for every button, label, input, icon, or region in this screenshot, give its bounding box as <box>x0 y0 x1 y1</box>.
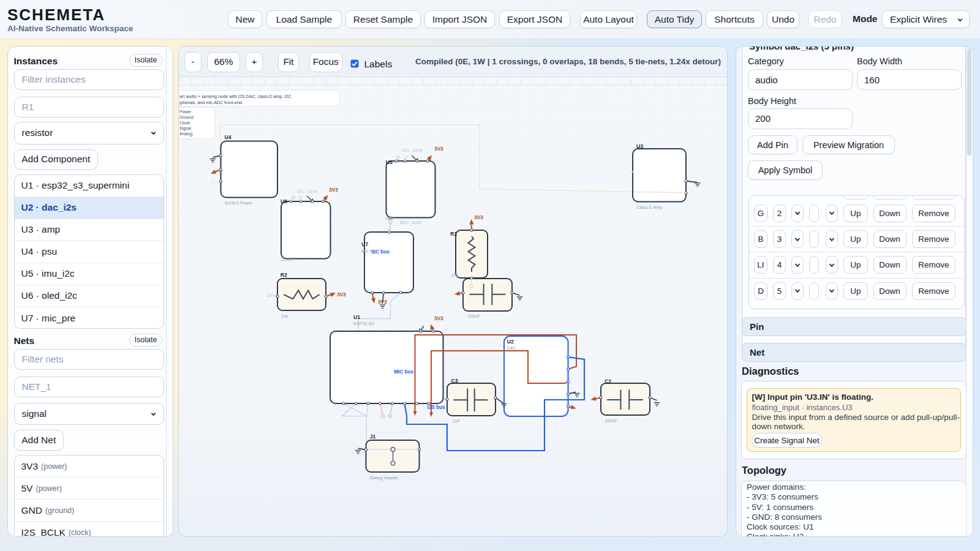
svg-text:Class-D Amp: Class-D Amp <box>636 204 662 210</box>
svg-text:U1: U1 <box>353 314 360 320</box>
svg-text:U5: U5 <box>386 159 393 165</box>
svg-text:J1: J1 <box>370 433 376 440</box>
svg-text:OLED: OLED <box>281 257 293 262</box>
svg-text:Signal: Signal <box>179 126 191 131</box>
svg-text:U3: U3 <box>636 143 643 149</box>
svg-text:U7: U7 <box>361 241 368 247</box>
svg-text:C2: C2 <box>605 378 611 384</box>
svg-text:3V3: 3V3 <box>329 187 338 193</box>
svg-text:DAC: DAC <box>507 345 516 351</box>
svg-text:3V3: 3V3 <box>337 292 346 298</box>
svg-text:IMU: IMU <box>386 216 394 221</box>
svg-text:U2: U2 <box>507 339 514 345</box>
svg-text:ESP32-S3: ESP32-S3 <box>353 321 374 326</box>
svg-text:Clock: Clock <box>179 121 190 125</box>
svg-text:100nF: 100nF <box>467 313 480 319</box>
svg-text:5V/3V3 Power: 5V/3V3 Power <box>225 200 254 206</box>
svg-text:3V3: 3V3 <box>434 316 443 321</box>
svg-text:MIC bus: MIC bus <box>394 369 413 375</box>
svg-text:U6: U6 <box>281 198 287 204</box>
svg-text:ipherals, and mic ADC front-en: ipherals, and mic ADC front-end. <box>179 100 243 105</box>
svg-text:1uF: 1uF <box>453 418 461 424</box>
svg-text:3V3: 3V3 <box>378 299 387 305</box>
svg-text:R1: R1 <box>450 231 457 237</box>
svg-text:3V3: 3V3 <box>434 146 443 152</box>
svg-text:U4: U4 <box>225 134 232 140</box>
svg-text:I2C_SDA: I2C_SDA <box>297 189 318 194</box>
svg-text:100nF: 100nF <box>605 418 617 424</box>
svg-text:R2: R2 <box>281 272 287 278</box>
svg-text:C3: C3 <box>451 378 458 384</box>
svg-text:I2S bus: I2S bus <box>428 405 446 410</box>
svg-text:I2C bus: I2C bus <box>371 249 390 255</box>
svg-text:10k: 10k <box>281 313 288 319</box>
svg-text:3V3: 3V3 <box>474 215 483 220</box>
svg-text:art audio + sensing node with: art audio + sensing node with I2S DAC, c… <box>179 94 292 99</box>
svg-text:Ground: Ground <box>179 115 194 119</box>
svg-text:10k: 10k <box>451 272 458 278</box>
svg-text:I2C_SDA: I2C_SDA <box>402 148 423 153</box>
svg-text:Debug Header: Debug Header <box>370 475 399 481</box>
svg-text:Analog: Analog <box>179 132 192 137</box>
svg-text:Power: Power <box>179 110 192 114</box>
svg-text:MIC_ADC: MIC_ADC <box>400 220 423 225</box>
